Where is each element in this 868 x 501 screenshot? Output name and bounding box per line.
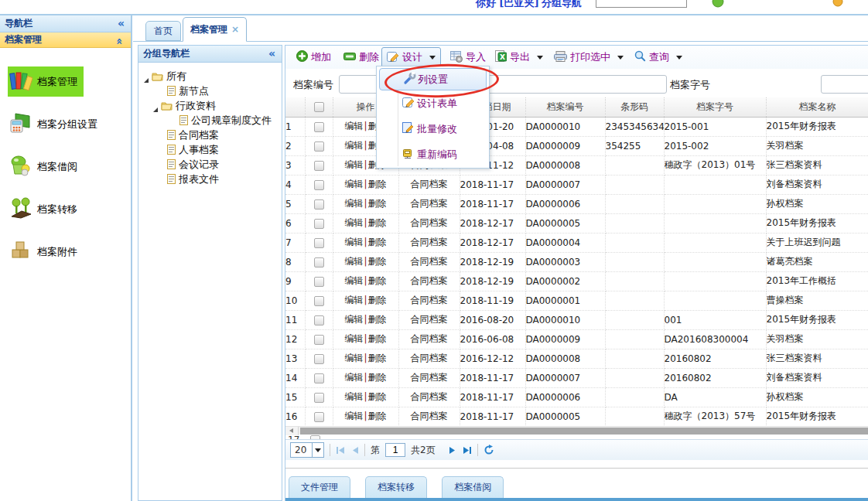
first-page-button[interactable] — [336, 446, 346, 455]
row-checkbox[interactable] — [314, 161, 324, 171]
edit-link[interactable]: 编辑 — [344, 314, 363, 325]
row-checkbox[interactable] — [314, 238, 324, 248]
delete-link[interactable]: 删除 — [368, 256, 387, 267]
accordion-header-archive[interactable]: 档案管理 « — [0, 32, 131, 48]
sidebar-item-archive-attachment[interactable]: 档案附件 — [8, 237, 84, 267]
bottom-tab-archive-transfer[interactable]: 档案转移 — [365, 476, 427, 498]
edit-link[interactable]: 编辑 — [344, 353, 363, 363]
page-number-input[interactable] — [385, 443, 405, 457]
close-icon[interactable]: × — [231, 24, 239, 35]
edit-link[interactable]: 编辑 — [344, 275, 363, 286]
delete-link[interactable]: 删除 — [368, 217, 387, 228]
archive-docno-input[interactable] — [821, 75, 868, 94]
row-checkbox[interactable] — [314, 335, 324, 345]
edit-link[interactable]: 编辑 — [344, 391, 363, 402]
row-number: 9 — [285, 271, 305, 291]
tab-home[interactable]: 首页 — [145, 21, 181, 41]
delete-link[interactable]: 删除 — [368, 295, 387, 305]
search-button[interactable]: 查询 — [634, 50, 682, 64]
collapse-left-icon[interactable]: « — [268, 46, 275, 62]
bottom-tab-archive-borrow[interactable]: 档案借阅 — [442, 476, 504, 498]
user-icon[interactable] — [712, 0, 724, 11]
row-checkbox[interactable] — [314, 199, 324, 210]
design-button[interactable]: 设计 — [381, 47, 441, 68]
edit-link[interactable]: 编辑 — [344, 411, 363, 421]
scrollbar-thumb[interactable] — [300, 428, 868, 435]
edit-link[interactable]: 编辑 — [344, 333, 363, 344]
sidebar-item-archive-transfer[interactable]: 档案转移 — [8, 194, 84, 224]
menu-item-column-settings[interactable]: 列设置 — [379, 68, 487, 90]
edit-link[interactable]: 编辑 — [344, 295, 363, 305]
edit-link[interactable]: 编辑 — [344, 179, 363, 189]
row-checkbox[interactable] — [314, 277, 324, 287]
delete-link[interactable]: 删除 — [368, 275, 387, 286]
row-checkbox[interactable] — [314, 219, 324, 229]
row-number: 10 — [285, 291, 305, 310]
tree-node-hr[interactable]: 人事档案 — [138, 142, 280, 157]
menu-item-recode[interactable]: 重新编码 — [377, 141, 489, 167]
collapse-up-icon[interactable]: « — [112, 38, 127, 45]
row-checkbox[interactable] — [314, 315, 324, 325]
row-checkbox[interactable] — [314, 296, 324, 306]
row-checkbox[interactable] — [314, 141, 324, 152]
top-search-input[interactable] — [596, 0, 687, 8]
delete-link[interactable]: 删除 — [368, 333, 387, 344]
select-all-checkbox[interactable] — [314, 102, 324, 112]
edit-link[interactable]: 编辑 — [344, 256, 363, 267]
col-archive-code[interactable]: 档案编号 — [525, 97, 605, 117]
print-selected-button[interactable]: 打印选中 — [554, 50, 624, 64]
refresh-icon[interactable] — [484, 445, 494, 455]
help-icon[interactable] — [832, 0, 843, 10]
edit-link[interactable]: 编辑 — [344, 198, 363, 209]
delete-link[interactable]: 删除 — [368, 198, 387, 209]
delete-link[interactable]: 删除 — [368, 391, 387, 402]
prev-page-button[interactable] — [351, 446, 359, 455]
add-button[interactable]: 增加 — [296, 50, 331, 64]
tab-archive-management[interactable]: 档案管理 × — [183, 17, 247, 42]
tree-node-new-node[interactable]: 新节点 — [138, 84, 280, 98]
collapse-left-icon[interactable]: « — [118, 15, 125, 32]
next-page-button[interactable] — [449, 446, 456, 455]
sidebar-item-archive-group-settings[interactable]: 档案分组设置 — [8, 109, 104, 139]
edit-link[interactable]: 编辑 — [344, 372, 363, 383]
tree-node-contract[interactable]: 合同档案 — [138, 128, 280, 142]
edit-link[interactable]: 编辑 — [344, 140, 363, 151]
delete-link[interactable]: 删除 — [368, 179, 387, 189]
tree-node-company-rules[interactable]: 公司规章制度文件 — [138, 113, 280, 128]
delete-link[interactable]: 删除 — [368, 237, 387, 247]
edit-link[interactable]: 编辑 — [344, 159, 363, 170]
row-checkbox[interactable] — [314, 354, 324, 364]
delete-link[interactable]: 删除 — [368, 411, 387, 421]
row-checkbox[interactable] — [314, 257, 324, 268]
last-page-button[interactable] — [462, 446, 472, 455]
row-checkbox[interactable] — [314, 122, 324, 132]
sidebar-item-archive-borrow[interactable]: 档案借阅 — [8, 152, 84, 182]
edit-link[interactable]: 编辑 — [344, 121, 363, 131]
tree-node-admin-data[interactable]: 行政资料 — [138, 98, 280, 113]
menu-item-batch-edit[interactable]: 批量修改 — [377, 116, 489, 141]
delete-link[interactable]: 删除 — [368, 314, 387, 325]
row-checkbox[interactable] — [314, 412, 324, 422]
row-checkbox[interactable] — [314, 373, 324, 383]
cell-date: 2018-12-19 — [460, 252, 525, 271]
edit-link[interactable]: 编辑 — [344, 217, 363, 228]
page-size-select[interactable]: 20 — [290, 442, 324, 458]
edit-link[interactable]: 编辑 — [344, 237, 363, 247]
sidebar-item-archive-management[interactable]: 档案管理 — [8, 66, 84, 97]
import-button[interactable]: 导入 — [450, 50, 486, 65]
row-checkbox[interactable] — [314, 393, 324, 403]
col-name[interactable]: 档案名称 — [766, 97, 868, 117]
delete-link[interactable]: 删除 — [368, 353, 387, 363]
bottom-tab-file-management[interactable]: 文件管理 — [289, 476, 350, 498]
col-docno[interactable]: 档案字号 — [664, 97, 766, 117]
tree-node-meeting[interactable]: 会议记录 — [138, 157, 280, 172]
tree-node-report[interactable]: 报表文件 — [138, 172, 280, 186]
delete-button[interactable]: 删除 — [343, 50, 379, 64]
col-barcode[interactable]: 条形码 — [605, 97, 664, 117]
delete-link[interactable]: 删除 — [368, 372, 387, 383]
row-checkbox[interactable] — [314, 180, 324, 190]
menu-item-design-form[interactable]: 设计表单 — [377, 90, 489, 116]
export-button[interactable]: X 导出 — [495, 50, 543, 64]
tree-node-all[interactable]: 所有 — [138, 69, 280, 84]
row-actions: 编辑|删除 — [333, 368, 398, 387]
